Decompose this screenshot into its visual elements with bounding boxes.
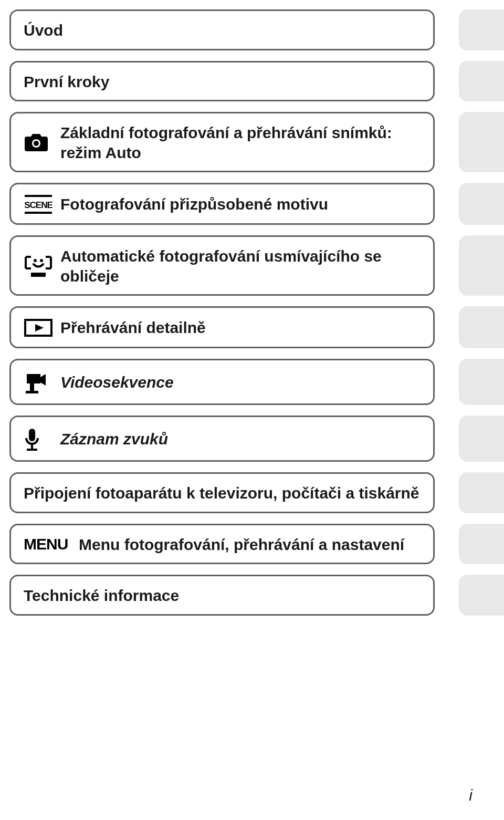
toc-item-video[interactable]: Videosekvence <box>9 359 435 405</box>
side-tab[interactable] <box>459 112 504 172</box>
toc-item-scene[interactable]: SCENE Fotografování přizpůsobené motivu <box>9 183 435 225</box>
page-number: i <box>469 786 472 804</box>
side-tab[interactable] <box>459 61 504 102</box>
side-tab[interactable] <box>459 9 504 50</box>
scene-icon: SCENE <box>24 194 60 215</box>
toc-row: Připojení fotoaparátu k televizoru, počí… <box>9 472 504 513</box>
side-tab[interactable] <box>459 183 504 225</box>
svg-text:SCENE: SCENE <box>24 200 52 210</box>
toc-row: Technické informace <box>9 575 504 616</box>
toc-row: Videosekvence <box>9 359 504 405</box>
svg-point-6 <box>40 259 43 262</box>
toc-row: Základní fotografování a přehrávání sním… <box>9 112 504 172</box>
svg-rect-12 <box>29 429 35 441</box>
play-icon <box>24 317 60 338</box>
toc-row: Automatické fotografování usmívajícího s… <box>9 235 504 296</box>
toc-item-audio[interactable]: Záznam zvuků <box>9 416 435 462</box>
toc-label: Menu fotografování, přehrávání a nastave… <box>79 535 404 555</box>
toc-label: První kroky <box>24 72 109 92</box>
svg-rect-9 <box>27 374 40 383</box>
side-tab[interactable] <box>459 306 504 348</box>
toc-label: Úvod <box>24 20 63 40</box>
microphone-icon <box>24 427 60 452</box>
toc-item-basic-photo[interactable]: Základní fotografování a přehrávání sním… <box>9 112 435 172</box>
toc-row: Přehrávání detailně <box>9 306 504 348</box>
toc-label: Fotografování přizpůsobené motivu <box>60 194 328 214</box>
svg-point-1 <box>34 141 39 146</box>
side-tab[interactable] <box>459 575 504 616</box>
toc-item-menu[interactable]: MENU Menu fotografování, přehrávání a na… <box>9 524 435 565</box>
toc-row: První kroky <box>9 61 504 102</box>
svg-rect-11 <box>26 391 38 393</box>
smile-icon <box>24 254 60 279</box>
toc-item-first-steps[interactable]: První kroky <box>9 61 435 102</box>
toc-label: Připojení fotoaparátu k televizoru, počí… <box>24 483 419 503</box>
side-tab[interactable] <box>459 472 504 513</box>
svg-point-5 <box>34 259 37 262</box>
svg-rect-7 <box>31 273 46 277</box>
svg-rect-2 <box>25 195 52 197</box>
menu-icon: MENU <box>24 536 79 553</box>
toc-row: Záznam zvuků <box>9 416 504 462</box>
toc-label: Automatické fotografování usmívajícího s… <box>60 246 421 286</box>
toc-item-playback[interactable]: Přehrávání detailně <box>9 306 435 348</box>
toc-item-technical[interactable]: Technické informace <box>9 575 435 616</box>
svg-rect-14 <box>27 449 37 451</box>
svg-text:MENU: MENU <box>24 536 68 553</box>
toc-row: Úvod <box>9 9 504 50</box>
side-tab[interactable] <box>459 524 504 565</box>
toc-label: Videosekvence <box>60 372 174 392</box>
toc-item-intro[interactable]: Úvod <box>9 9 435 50</box>
toc-label: Technické informace <box>24 586 179 606</box>
side-tab[interactable] <box>459 359 504 405</box>
toc-row: SCENE Fotografování přizpůsobené motivu <box>9 183 504 225</box>
video-camera-icon <box>24 370 60 395</box>
svg-rect-13 <box>31 444 33 449</box>
side-tab[interactable] <box>459 235 504 296</box>
side-tab[interactable] <box>459 416 504 462</box>
toc-label: Základní fotografování a přehrávání sním… <box>60 123 421 162</box>
toc-item-connection[interactable]: Připojení fotoaparátu k televizoru, počí… <box>9 472 435 513</box>
toc-row: MENU Menu fotografování, přehrávání a na… <box>9 524 504 565</box>
toc-item-smile[interactable]: Automatické fotografování usmívajícího s… <box>9 235 435 296</box>
toc-label: Přehrávání detailně <box>60 318 206 338</box>
svg-rect-3 <box>25 212 52 214</box>
camera-icon <box>24 130 60 155</box>
toc-label: Záznam zvuků <box>60 429 168 449</box>
